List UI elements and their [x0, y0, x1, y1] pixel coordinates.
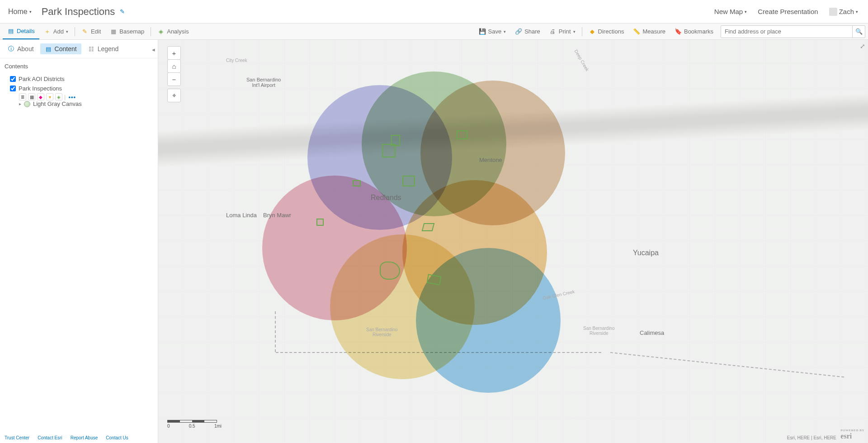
print-dropdown[interactable]: 🖨 Print ▾: [545, 24, 580, 39]
analysis-button[interactable]: ◈ Analysis: [153, 24, 193, 39]
show-table-button[interactable]: ▦: [28, 93, 35, 100]
park-polygon[interactable]: [380, 262, 400, 280]
layer-label: Park AOI Districts: [19, 76, 65, 82]
toolbar-separator: [151, 27, 151, 36]
creek-label: City Creek: [226, 58, 247, 63]
city-label-bryn-mawr: Bryn Mawr: [263, 212, 291, 219]
main-area: ⓘ About ▤ Content ☷ Legend ◂ Contents Pa…: [0, 40, 868, 443]
layer-label: Light Gray Canvas: [33, 100, 82, 107]
avatar-icon: [829, 8, 837, 16]
panel-tabs: ⓘ About ▤ Content ☷ Legend ◂: [0, 40, 158, 58]
share-icon: 🔗: [515, 28, 522, 35]
edit-title-button[interactable]: ✎: [118, 8, 126, 15]
contents-panel: ⓘ About ▤ Content ☷ Legend ◂ Contents Pa…: [0, 40, 158, 443]
legend-icon: ☷: [88, 45, 95, 52]
save-dropdown[interactable]: 💾 Save ▾: [474, 24, 511, 39]
details-button[interactable]: ▤ Details: [3, 24, 39, 39]
basemap-button[interactable]: ▦ Basemap: [105, 24, 149, 39]
fullscreen-button[interactable]: ⤢: [860, 43, 865, 50]
contact-us-link[interactable]: Contact Us: [106, 435, 128, 440]
measure-label: Measure: [642, 28, 665, 35]
chevron-down-icon: ▾: [573, 29, 576, 34]
search-input[interactable]: [721, 28, 852, 35]
analysis-icon: ◈: [57, 95, 61, 100]
toolbar-separator: [75, 27, 75, 36]
measure-button[interactable]: 📏 Measure: [628, 24, 670, 39]
tab-content[interactable]: ▤ Content: [40, 43, 81, 54]
home-label: Home: [8, 8, 28, 16]
home-dropdown[interactable]: Home ▾: [5, 6, 35, 18]
layer-light-gray-canvas[interactable]: ▸ Light Gray Canvas: [10, 100, 153, 107]
save-label: Save: [488, 28, 502, 35]
chevron-down-icon: ▾: [29, 10, 32, 14]
esri-logo: POWERED BY esri: [840, 429, 864, 440]
chevron-down-icon: ▾: [745, 10, 747, 14]
scale-bar: 00.51mi: [167, 420, 222, 429]
new-map-dropdown[interactable]: New Map ▾: [709, 6, 752, 17]
layer-park-aoi-districts[interactable]: Park AOI Districts: [10, 74, 153, 84]
layer-park-inspections[interactable]: Park Inspections: [10, 84, 153, 93]
change-style-button[interactable]: ◆: [37, 93, 44, 100]
search-button[interactable]: 🔍: [852, 25, 865, 38]
zoom-in-button[interactable]: +: [167, 46, 181, 60]
layer-checkbox[interactable]: [10, 86, 16, 91]
app-topbar: Home ▾ Park Inspections ✎ New Map ▾ Crea…: [0, 0, 868, 24]
show-legend-button[interactable]: ≣: [19, 93, 26, 100]
table-icon: ▦: [30, 95, 34, 100]
add-dropdown[interactable]: ＋ Add ▾: [39, 24, 73, 39]
toolbar-separator: [582, 27, 582, 36]
user-menu[interactable]: Zach ▾: [824, 6, 863, 18]
home-extent-button[interactable]: ⌂: [167, 59, 181, 73]
map-canvas[interactable]: ⤢ + ⌂ − ⌖ Redlands Loma Linda: [158, 40, 868, 443]
chevron-down-icon: ▾: [856, 10, 858, 14]
zoom-out-button[interactable]: −: [167, 72, 181, 86]
analysis-icon: ◈: [157, 28, 165, 35]
add-label: Add: [53, 28, 64, 35]
legend-icon: ≣: [21, 95, 24, 100]
pencil-icon: ✎: [118, 8, 126, 15]
panel-resize-handle[interactable]: [158, 242, 159, 255]
locate-button[interactable]: ⌖: [167, 89, 181, 102]
expand-toggle[interactable]: ▸: [19, 101, 21, 106]
search-container: 🔍: [721, 25, 865, 38]
home-icon: ⌂: [172, 62, 176, 70]
bookmarks-button[interactable]: 🔖 Bookmarks: [670, 24, 718, 39]
create-presentation-button[interactable]: Create Presentation: [752, 6, 823, 17]
directions-label: Directions: [598, 28, 624, 35]
park-polygon[interactable]: [353, 180, 361, 186]
county-label: San BernardinoRiverside: [583, 326, 615, 336]
map-nav-controls: + ⌂ − ⌖: [167, 46, 181, 102]
directions-button[interactable]: ◆ Directions: [584, 24, 629, 39]
park-polygon[interactable]: [316, 219, 324, 226]
park-polygon[interactable]: [457, 130, 467, 139]
report-abuse-link[interactable]: Report Abuse: [71, 435, 98, 440]
filter-button[interactable]: ▾: [46, 93, 53, 100]
filter-icon: ▾: [49, 95, 51, 100]
edit-button[interactable]: ✎ Edit: [77, 24, 105, 39]
perform-analysis-button[interactable]: ◈: [55, 93, 62, 100]
park-polygon[interactable]: [391, 135, 400, 146]
bookmarks-label: Bookmarks: [684, 28, 713, 35]
collapse-panel-button[interactable]: ◂: [152, 46, 155, 53]
print-label: Print: [559, 28, 571, 35]
print-icon: 🖨: [549, 28, 557, 35]
park-polygon[interactable]: [422, 223, 435, 231]
park-polygon[interactable]: [402, 176, 415, 186]
trust-center-link[interactable]: Trust Center: [5, 435, 29, 440]
layer-checkbox[interactable]: [10, 76, 16, 82]
share-button[interactable]: 🔗 Share: [510, 24, 545, 39]
details-label: Details: [17, 28, 35, 34]
tab-legend[interactable]: ☷ Legend: [83, 43, 123, 54]
add-icon: ＋: [44, 28, 51, 35]
more-options-button[interactable]: •••: [67, 94, 77, 100]
basemap-thumb-icon: [24, 101, 30, 107]
map-toolbar: ▤ Details ＋ Add ▾ ✎ Edit ▦ Basemap ◈ Ana…: [0, 24, 868, 40]
measure-icon: 📏: [633, 28, 640, 35]
contact-esri-link[interactable]: Contact Esri: [38, 435, 62, 440]
save-icon: 💾: [479, 28, 486, 35]
aoi-district-circle[interactable]: [416, 248, 561, 393]
analysis-label: Analysis: [167, 28, 189, 35]
map-title: Park Inspections: [42, 6, 115, 18]
pencil-icon: ✎: [81, 28, 89, 35]
tab-about[interactable]: ⓘ About: [3, 43, 38, 54]
